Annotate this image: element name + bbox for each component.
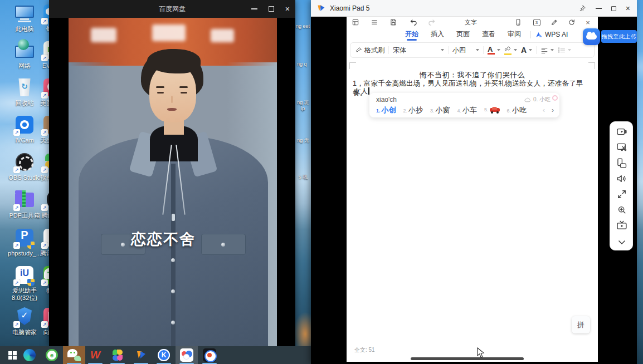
bullet-list-button[interactable] [558,47,571,53]
taskbar-mirror-app[interactable] [130,346,152,364]
pin-icon[interactable] [578,4,586,12]
clipped-icon-label: s 吼 [299,174,308,181]
text-caret [368,87,369,95]
taskbar-pinwheel-app[interactable] [106,346,129,364]
brush-icon [355,47,362,54]
mirror-app-logo-icon [316,4,325,13]
ime-candidate-3[interactable]: 3.小窗 [430,105,450,115]
close-button[interactable]: × [285,5,290,13]
rotate-device-icon[interactable] [616,158,627,169]
tab-review[interactable]: 审阅 [501,28,527,41]
tab-insert[interactable]: 插入 [425,28,450,41]
minimize-button[interactable] [251,8,257,9]
align-button[interactable] [540,47,554,53]
clipped-icon-label: ng eet [296,23,310,29]
ime-next-page[interactable]: › [552,106,554,114]
baidu-netdisk-player-window: 百度网盘 × [49,0,295,346]
ime-composition: xiao'ch [376,96,397,104]
page-number-icon[interactable]: 3 [532,18,541,27]
tv-cast-icon[interactable] [616,220,627,231]
maximize-button[interactable] [611,6,616,11]
fullscreen-icon[interactable] [616,189,627,200]
minimize-button[interactable] [596,8,602,9]
maximize-button[interactable] [269,6,274,12]
cloud-icon [524,97,532,102]
ime-candidate-6[interactable]: 6.小吃 [507,105,527,115]
mobile-view-icon[interactable] [514,18,523,27]
taskbar-wechat[interactable] [63,346,85,364]
wps-top-toolbar: 文字 3 × [347,17,598,28]
pinwheel-icon [111,349,124,361]
menu-icon[interactable] [370,18,379,27]
save-icon[interactable] [389,18,398,27]
font-color-button[interactable]: A [488,46,500,55]
font-size-select[interactable]: 小四 [452,46,479,55]
video-window-title: 百度网盘 [159,4,186,14]
zoom-magnifier-icon[interactable] [616,204,627,215]
paint-bucket-icon [504,46,512,51]
undo-icon[interactable] [409,18,418,27]
upload-cloud-button[interactable] [583,28,600,45]
taskbar-recorder[interactable] [198,346,221,364]
ime-prev-page[interactable]: ‹ [543,106,545,114]
format-painter-button[interactable]: 格式刷 [355,46,384,55]
margin-mark [349,62,356,69]
clipped-icon-label: ip [301,106,305,111]
ime-candidate-2[interactable]: 2.小抄 [403,105,423,115]
wps-ai-icon [535,31,543,38]
tab-home[interactable]: 开始 [399,28,425,41]
close-button[interactable]: × [626,4,630,13]
outline-grid-icon[interactable] [351,18,360,27]
pad-window-title: Xiaomi Pad 5 [330,4,369,12]
video-subtitle: 恋恋不舍 [131,229,196,249]
windows-logo-icon [8,351,17,360]
record-icon [203,348,216,362]
pad-window-titlebar: Xiaomi Pad 5 × [311,0,637,17]
font-name-select[interactable]: 宋体 [393,46,444,55]
video-window-titlebar: 百度网盘 × [49,0,295,18]
k-app-icon: K [158,349,170,361]
word-count-status: 全文: 51 [354,346,375,354]
taskbar-k-app[interactable]: K [153,346,175,364]
ime-cloud-candidate[interactable]: 0. 小吃 [524,96,551,104]
record-screen-icon[interactable] [616,126,627,137]
taskbar-baidu-netdisk[interactable] [176,346,198,364]
wps-ai-label[interactable]: WPS AI [545,31,568,38]
screenshot-icon[interactable] [616,142,627,153]
mirror-toolbar [610,121,633,250]
ime-candidate-1[interactable]: 1.小创 [376,105,396,115]
ime-candidate-4[interactable]: 4.小车 [457,105,478,115]
shortcut-arrow-icon: ↗ [13,129,20,136]
ime-candidates: 1.小创 2.小抄 3.小窗 4.小车 5. 6.小吃 ‹ › [376,105,554,115]
close-doc-icon[interactable]: × [583,18,592,27]
desktop-screen: 此电脑 网络 ↻ 回收站 ↗ IVCam ↗ OBS Studio ↗ PDF工… [0,0,643,364]
taskbar-360-browser[interactable]: e [41,346,63,364]
text-style-button[interactable]: A [521,47,532,53]
sync-share-icon[interactable] [567,18,576,27]
volume-icon[interactable] [616,173,627,184]
ime-mode-badge[interactable]: 拼 [572,316,590,333]
tab-view[interactable]: 查看 [476,28,501,41]
wechat-icon [67,349,81,361]
mouse-cursor [477,347,485,358]
necklace-pendant [172,214,175,221]
doc-type-label: 文字 [465,18,477,27]
video-content[interactable]: 恋恋不舍 [69,18,277,346]
tab-page[interactable]: 页面 [450,28,476,41]
gesture-bar[interactable] [411,357,524,360]
margin-mark [588,62,595,69]
highlight-color-button[interactable] [504,45,517,56]
wps-ribbon-tabs: 开始 插入 页面 查看 审阅 WPS AI [347,28,598,41]
pen-edit-icon[interactable] [550,18,559,27]
upload-tip-label: 拖拽至此上传 [601,30,637,43]
p-logo-icon [135,350,147,361]
document-line[interactable]: 女人 [354,87,369,96]
taskbar-edge[interactable] [18,346,41,364]
ime-candidate-panel: xiao'ch 0. 小吃 1.小创 2.小抄 3.小窗 4.小车 5. 6.小… [369,93,559,117]
360-browser-icon: e [46,349,58,361]
redo-icon[interactable] [427,18,436,27]
taskbar-wps[interactable]: W [84,346,106,364]
ime-candidate-5-car-emoji[interactable]: 5. [484,107,500,114]
chevron-down-icon[interactable] [616,237,627,248]
pad-screen: 文字 3 × 开始 插入 页面 查看 审阅 WPS AI [347,17,598,362]
